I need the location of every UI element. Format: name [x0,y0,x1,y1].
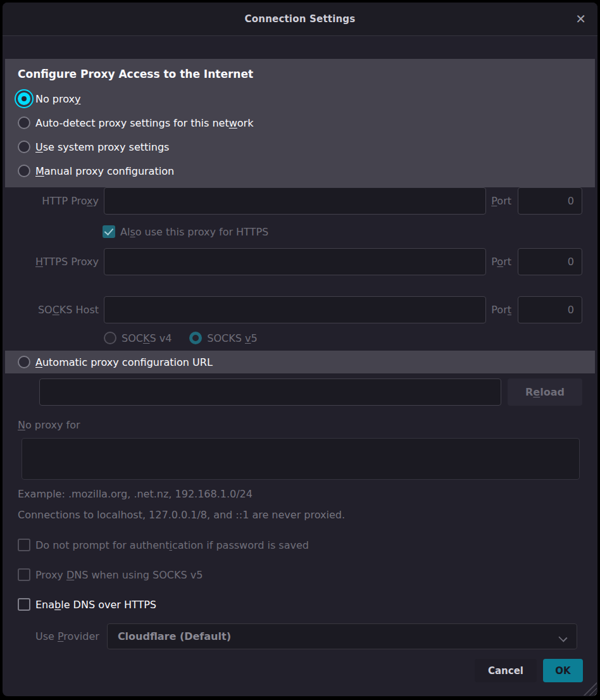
radio-label: Auto-detect proxy settings for this netw… [35,117,253,129]
radio-option-socks-v5[interactable]: SOCKS v5 [189,332,257,344]
radio-icon[interactable] [104,332,116,344]
radio-option-auto-detect[interactable]: Auto-detect proxy settings for this netw… [5,111,595,135]
checkbox-label: Do not prompt for authentication if pass… [35,539,309,551]
radio-label: Use system proxy settings [35,141,169,153]
checkbox-no-prompt-auth[interactable]: Do not prompt for authentication if pass… [18,539,597,551]
close-icon[interactable]: ✕ [575,13,586,25]
checkbox-label: Also use this proxy for HTTPS [120,226,268,238]
http-proxy-input[interactable] [104,187,486,215]
panel-heading: Configure Proxy Access to the Internet [18,66,595,82]
radio-option-system-proxy[interactable]: Use system proxy settings [5,135,595,159]
socks-port-label: Port [491,304,511,316]
radio-icon[interactable] [18,92,30,105]
https-port-label: Port [491,256,511,268]
radio-label: SOCKS v4 [122,332,172,344]
radio-label: No proxy [35,93,80,105]
ok-button[interactable]: OK [543,659,583,682]
checkbox-enable-doh[interactable]: Enable DNS over HTTPS [18,598,597,611]
radio-icon[interactable] [18,141,30,153]
checkbox-icon[interactable] [18,598,30,611]
auto-config-url-row: Reload [39,378,582,406]
proxy-mode-panel: Configure Proxy Access to the Internet N… [5,59,595,187]
dialog-content: Configure Proxy Access to the Internet N… [3,59,597,682]
radio-label: Automatic proxy configuration URL [35,356,213,368]
radio-icon[interactable] [18,116,30,129]
chevron-down-icon [559,633,566,641]
resize-grip[interactable] [583,682,597,696]
http-proxy-label: HTTP Proxy [3,195,99,207]
radio-icon[interactable] [18,165,30,177]
radio-label: SOCKS v5 [207,332,257,344]
no-proxy-for-textarea[interactable] [22,438,580,480]
checkbox-icon[interactable] [103,225,115,238]
https-port-input[interactable] [518,248,582,275]
dialog-titlebar: Connection Settings ✕ [3,3,597,36]
localhost-help-text: Connections to localhost, 127.0.0.1/8, a… [18,509,597,521]
http-proxy-row: HTTP Proxy Port [3,187,582,215]
radio-icon[interactable] [189,332,202,344]
https-proxy-input[interactable] [104,248,486,275]
radio-option-auto-config-url[interactable]: Automatic proxy configuration URL [5,351,595,373]
checkbox-label: Proxy DNS when using SOCKS v5 [35,569,203,581]
https-proxy-row: HTTPS Proxy Port [3,248,582,275]
cancel-button[interactable]: Cancel [475,659,537,682]
checkbox-proxy-dns-socks5[interactable]: Proxy DNS when using SOCKS v5 [18,568,597,581]
provider-dropdown[interactable]: Cloudflare (Default) [107,623,577,649]
radio-label: Manual proxy configuration [35,165,174,177]
https-proxy-label: HTTPS Proxy [3,256,99,268]
checkbox-icon[interactable] [18,568,30,581]
reload-button[interactable]: Reload [508,378,582,406]
use-provider-label: Use Provider [35,630,99,642]
connection-settings-dialog: Connection Settings ✕ Configure Proxy Ac… [3,3,597,696]
radio-option-no-proxy[interactable]: No proxy [5,87,595,111]
socks-version-row: SOCKS v4 SOCKS v5 [104,332,597,344]
http-port-input[interactable] [518,187,582,215]
radio-option-manual-proxy[interactable]: Manual proxy configuration [5,159,595,183]
dialog-title: Connection Settings [245,13,356,25]
also-use-https-row[interactable]: Also use this proxy for HTTPS [103,225,597,238]
example-help-text: Example: .mozilla.org, .net.nz, 192.168.… [18,488,597,500]
no-proxy-for-label: No proxy for [18,419,597,432]
socks-port-input[interactable] [518,296,582,323]
socks-host-input[interactable] [104,296,486,323]
radio-icon[interactable] [18,356,30,368]
dialog-footer: Cancel OK [3,659,583,682]
socks-host-label: SOCKS Host [3,304,99,316]
doh-provider-row: Use Provider Cloudflare (Default) [35,623,577,649]
socks-host-row: SOCKS Host Port [3,296,582,323]
checkbox-label: Enable DNS over HTTPS [35,599,156,611]
checkbox-icon[interactable] [18,539,30,551]
provider-selected-value: Cloudflare (Default) [118,630,231,642]
auto-config-url-input[interactable] [39,378,501,406]
radio-option-socks-v4[interactable]: SOCKS v4 [104,332,172,344]
http-port-label: Port [491,195,511,207]
